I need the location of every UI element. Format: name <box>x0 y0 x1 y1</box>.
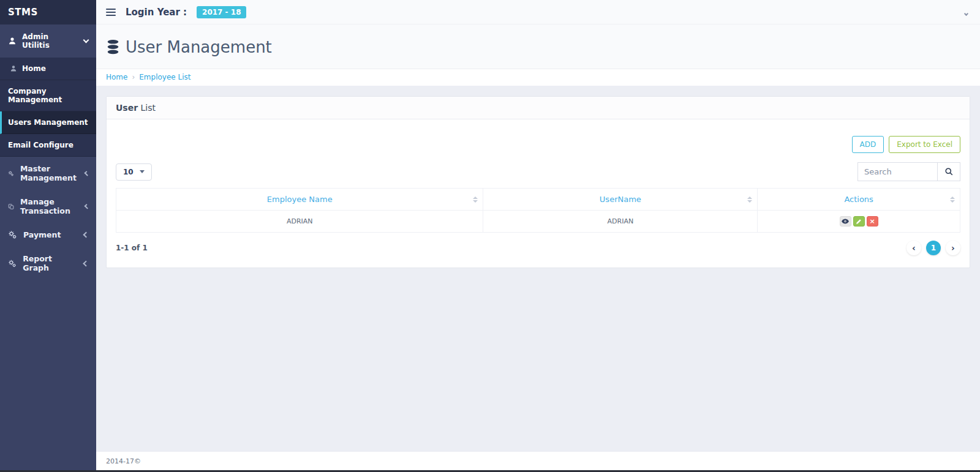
pagination-prev-button[interactable]: ‹ <box>907 241 921 255</box>
user-icon <box>10 65 17 72</box>
delete-button[interactable]: × <box>867 216 878 227</box>
breadcrumb-separator: › <box>127 73 139 81</box>
column-header-actions[interactable]: Actions <box>758 189 960 211</box>
app-window: STMS Admin Utilitis Home Company Managem… <box>0 0 980 472</box>
chevron-down-icon <box>83 37 89 43</box>
sidebar-item-report-graph[interactable]: Report Graph <box>0 247 96 280</box>
sidebar-submenu: Home Company Management Users Management… <box>0 58 96 157</box>
cell-username: ADRIAN <box>483 211 758 233</box>
edit-button[interactable] <box>853 216 865 227</box>
page-size-select[interactable]: 10 <box>116 163 152 181</box>
menu-toggle-icon[interactable] <box>106 9 116 16</box>
sidebar-item-home[interactable]: Home <box>0 58 96 80</box>
sidebar-item-label: Home <box>22 64 46 73</box>
copy-icon <box>8 202 14 211</box>
database-icon <box>106 39 120 55</box>
sidebar-item-label: Payment <box>23 230 61 239</box>
chevron-down-icon <box>964 12 968 16</box>
navbar-dropdown-toggle[interactable] <box>962 4 970 20</box>
column-header-username[interactable]: UserName <box>483 189 758 211</box>
pagination-next-button[interactable]: › <box>946 241 960 255</box>
caret-down-icon <box>140 170 145 173</box>
page-size-value: 10 <box>123 168 134 176</box>
add-button[interactable]: ADD <box>852 136 884 153</box>
gears-icon <box>8 259 17 268</box>
main-area: Login Year : 2017 - 18 User Management H… <box>96 0 980 472</box>
chevron-left-icon <box>83 260 89 266</box>
cell-actions: × <box>758 211 960 233</box>
view-button[interactable] <box>840 216 851 227</box>
login-year-badge: 2017 - 18 <box>197 6 246 18</box>
export-to-excel-button[interactable]: Export to Excel <box>889 136 960 153</box>
sidebar-item-company-management[interactable]: Company Management <box>0 80 96 111</box>
user-table: Employee Name UserName Actions <box>116 188 960 233</box>
column-header-employee-name[interactable]: Employee Name <box>116 189 483 211</box>
footer: 2014-17© <box>96 452 980 472</box>
sidebar-item-label: Users Management <box>8 118 88 127</box>
top-navbar: Login Year : 2017 - 18 <box>96 0 980 24</box>
sidebar: STMS Admin Utilitis Home Company Managem… <box>0 0 96 472</box>
x-icon: × <box>870 218 875 225</box>
chevron-right-glyph: › <box>951 243 955 253</box>
gears-icon <box>8 230 17 239</box>
sidebar-item-payment[interactable]: Payment <box>0 223 96 247</box>
column-header-label: Employee Name <box>267 195 333 204</box>
sidebar-item-email-configure[interactable]: Email Configure <box>0 134 96 157</box>
sidebar-item-manage-transaction[interactable]: Manage Transaction <box>0 190 96 223</box>
sidebar-section-label: Admin Utilitis <box>22 32 78 50</box>
copyright-text: 2014-17© <box>106 457 141 465</box>
breadcrumb: Home › Employee List <box>96 69 980 86</box>
search-input[interactable] <box>858 162 937 181</box>
user-icon <box>8 37 17 45</box>
breadcrumb-link-home[interactable]: Home <box>106 73 127 81</box>
table-row: ADRIAN ADRIAN <box>116 211 960 233</box>
search-button[interactable] <box>937 162 960 181</box>
sidebar-item-label: Manage Transaction <box>20 197 79 215</box>
search-group <box>858 162 960 181</box>
cell-employee-name: ADRIAN <box>116 211 483 233</box>
sidebar-item-label: Report Graph <box>23 254 78 272</box>
sort-icon <box>747 197 752 203</box>
eye-icon <box>842 219 849 224</box>
pagination-page-1[interactable]: 1 <box>926 241 941 255</box>
sort-icon <box>950 197 955 203</box>
sidebar-item-label: Master Management <box>20 164 79 182</box>
pagination-summary: 1-1 of 1 <box>116 244 148 252</box>
column-header-label: UserName <box>600 195 641 204</box>
column-header-label: Actions <box>844 195 873 204</box>
sidebar-item-master-management[interactable]: Master Management <box>0 157 96 190</box>
user-list-panel: User List ADD Export to Excel 10 <box>106 96 970 268</box>
breadcrumb-link-employee-list[interactable]: Employee List <box>139 73 190 81</box>
gears-icon <box>8 169 14 178</box>
pencil-icon <box>856 219 862 225</box>
table-controls: 10 <box>116 162 960 181</box>
chevron-left-icon <box>84 204 89 209</box>
table-header-row: Employee Name UserName Actions <box>116 189 960 211</box>
panel-actions: ADD Export to Excel <box>116 136 960 153</box>
sidebar-item-label: Company Management <box>8 87 88 104</box>
panel-title-primary: User <box>116 103 138 113</box>
app-logo: STMS <box>0 0 96 24</box>
sidebar-item-label: Email Configure <box>8 141 74 149</box>
page-head: User Management Home › Employee List <box>96 24 980 86</box>
panel-title: User List <box>107 97 970 119</box>
sort-icon <box>473 197 478 203</box>
content-area: User List ADD Export to Excel 10 <box>96 86 980 452</box>
table-footer: 1-1 of 1 ‹ 1 › <box>116 241 960 255</box>
sidebar-item-admin-utilitis[interactable]: Admin Utilitis <box>0 24 96 58</box>
chevron-left-glyph: ‹ <box>912 243 916 253</box>
pagination: ‹ 1 › <box>907 241 960 255</box>
chevron-left-icon <box>84 171 89 176</box>
chevron-left-icon <box>83 232 89 238</box>
page-title: User Management <box>126 38 272 56</box>
panel-title-secondary: List <box>138 103 156 113</box>
search-icon <box>944 167 954 176</box>
sidebar-item-users-management[interactable]: Users Management <box>0 111 96 134</box>
login-year-label: Login Year : <box>126 7 187 18</box>
